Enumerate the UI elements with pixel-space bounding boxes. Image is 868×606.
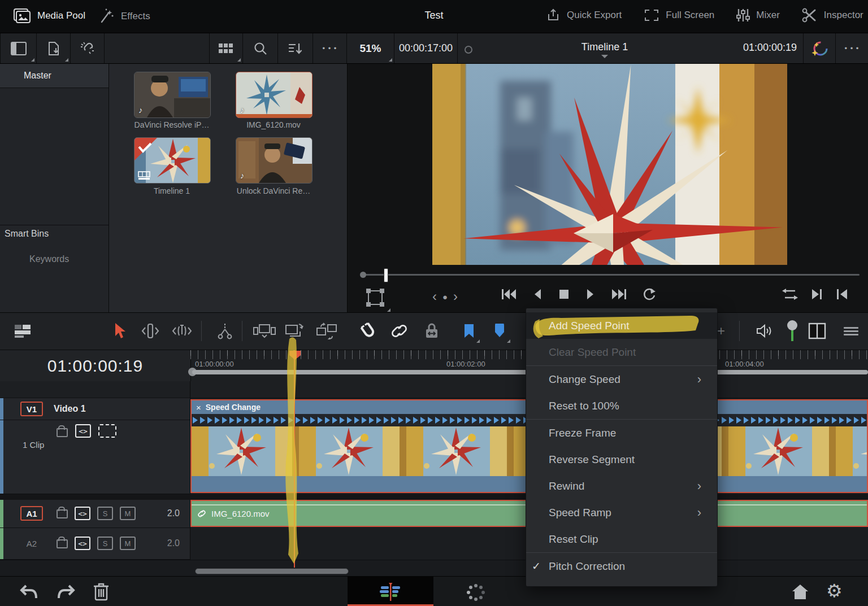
menu-item-change-speed[interactable]: Change Speed › — [526, 366, 717, 393]
mute-icon[interactable]: M — [120, 507, 136, 520]
timeline-view-options-button[interactable] — [10, 317, 35, 345]
tab-edit-page[interactable] — [348, 577, 433, 606]
marker-button[interactable] — [487, 317, 512, 345]
trim-edit-mode-button[interactable] — [138, 317, 163, 345]
sidebar-item-master[interactable]: Master — [0, 64, 108, 88]
mixer-label: Mixer — [756, 10, 780, 21]
resolve-fx-button[interactable] — [809, 39, 830, 60]
quick-export-button[interactable]: Quick Export — [545, 7, 622, 23]
tracks-footer — [0, 560, 868, 577]
go-to-start-button[interactable] — [501, 289, 517, 300]
sidebar-item-keywords[interactable]: Keywords — [29, 254, 69, 264]
delete-button[interactable] — [93, 582, 110, 603]
track-lock-icon[interactable] — [57, 539, 68, 548]
sort-button[interactable] — [278, 33, 313, 63]
search-button[interactable] — [243, 33, 278, 63]
auto-select-icon[interactable]: <> — [75, 537, 90, 550]
track-badge-a1[interactable]: A1 — [20, 506, 43, 521]
relink-media-button[interactable] — [71, 33, 105, 63]
timeline-selector[interactable]: Timeline 1 — [542, 41, 667, 58]
menu-item-pitch-correction[interactable]: ✓ Pitch Correction — [526, 553, 717, 579]
audio-track-header-a2[interactable]: A2 <> S M 2.0 — [0, 528, 190, 560]
viewer-scrubber[interactable] — [361, 274, 860, 276]
solo-icon[interactable]: S — [97, 537, 113, 550]
mixer-button[interactable]: Mixer — [736, 7, 780, 23]
full-screen-button[interactable]: Full Screen — [643, 8, 714, 23]
home-button[interactable] — [791, 583, 809, 603]
audio-monitor-button[interactable] — [752, 317, 776, 345]
undo-button[interactable] — [19, 582, 40, 604]
timeline-playhead[interactable] — [294, 350, 295, 568]
davinci-resolve-edit-page: Media Pool Effects Test Quick Export — [0, 0, 868, 606]
dual-viewer-button[interactable] — [805, 317, 830, 345]
position-lock-button[interactable] — [419, 317, 444, 345]
jog-control[interactable]: ‹ ● › — [432, 289, 458, 304]
menu-item-reset-to-100[interactable]: Reset to 100% — [526, 393, 717, 419]
import-media-button[interactable] — [37, 33, 71, 63]
timeline-viewer: ‹ ● › — [347, 64, 868, 312]
inspector-button[interactable]: Inspector — [801, 7, 863, 23]
track-badge-a2[interactable]: A2 — [20, 536, 43, 551]
menu-item-rewind[interactable]: Rewind › — [526, 473, 717, 499]
settings-button[interactable]: ⚙ — [826, 580, 843, 601]
voiceover-button[interactable] — [780, 317, 805, 345]
effects-button[interactable]: Effects — [97, 7, 150, 25]
menu-item-speed-ramp[interactable]: Speed Ramp › — [526, 499, 717, 526]
step-back-button[interactable] — [532, 289, 544, 300]
menu-item-add-speed-point[interactable]: Add Speed Point — [526, 312, 717, 339]
stop-button[interactable] — [559, 289, 569, 299]
media-clip-thumbnail[interactable]: ♪ — [236, 137, 313, 184]
media-pool-button[interactable]: Media Pool — [12, 7, 85, 24]
replace-clip-button[interactable] — [314, 317, 339, 345]
timeline-badge-icon — [138, 171, 150, 180]
dynamic-trim-mode-button[interactable] — [170, 317, 194, 345]
track-lock-icon[interactable] — [57, 509, 68, 518]
video-track-header[interactable]: V1 Video 1 <> 1 Clip — [0, 398, 190, 494]
menu-item-reverse-segment[interactable]: Reverse Segment — [526, 446, 717, 473]
solo-icon[interactable]: S — [97, 507, 113, 520]
clip-view-mode-button[interactable] — [209, 33, 243, 63]
play-to-end-button[interactable] — [811, 289, 823, 300]
play-button[interactable] — [584, 289, 596, 300]
flag-button[interactable] — [457, 317, 481, 345]
media-clip-thumbnail[interactable]: ♪ — [134, 72, 211, 118]
loop-play-button[interactable] — [642, 287, 657, 301]
menu-item-clear-speed-point[interactable]: Clear Speed Point — [526, 339, 717, 365]
jump-to-start-button[interactable] — [836, 289, 848, 300]
tab-color-page[interactable] — [465, 582, 487, 605]
snapping-button[interactable] — [356, 317, 381, 345]
scrubber-start-dot — [360, 272, 366, 278]
mute-icon[interactable]: M — [120, 537, 136, 550]
viewer-zoom-select[interactable]: 51% — [347, 33, 394, 63]
viewer-options-button[interactable]: • • • — [836, 33, 868, 63]
audio-track-header-a1[interactable]: A1 <> S M 2.0 — [0, 500, 190, 528]
track-lock-icon[interactable] — [57, 428, 68, 437]
menu-item-reset-clip[interactable]: Reset Clip — [526, 526, 717, 552]
media-clip-thumbnail[interactable]: ♪ — [236, 72, 313, 118]
link-clips-button[interactable] — [388, 317, 413, 345]
redo-button[interactable] — [55, 582, 76, 604]
source-timecode: 00:00:17:00 — [394, 33, 458, 63]
viewer-playhead[interactable] — [384, 268, 388, 282]
menu-item-freeze-frame[interactable]: Freeze Frame — [526, 420, 717, 446]
horizontal-scrollbar[interactable] — [195, 568, 349, 574]
track-visibility-icon[interactable] — [98, 424, 116, 438]
media-clip-name: Unlock DaVinci Re… — [231, 186, 316, 195]
track-badge-v1[interactable]: V1 — [20, 402, 43, 416]
selection-tool-button[interactable] — [107, 317, 132, 345]
close-icon[interactable]: × — [196, 403, 201, 412]
insert-clip-button[interactable] — [252, 317, 277, 345]
razor-tool-button[interactable] — [212, 317, 237, 345]
loop-range-button[interactable] — [782, 289, 798, 300]
go-to-end-button[interactable] — [611, 289, 627, 300]
media-pool-options-button[interactable]: • • • — [313, 33, 347, 63]
transform-button[interactable] — [364, 287, 386, 311]
overwrite-clip-button[interactable] — [283, 317, 307, 345]
playhead-head-icon[interactable] — [289, 350, 301, 360]
smart-bins-header[interactable]: Smart Bins — [5, 229, 49, 239]
timeline-options-button[interactable] — [839, 317, 863, 345]
media-clip-thumbnail-timeline[interactable] — [134, 137, 211, 184]
auto-select-icon[interactable]: <> — [75, 507, 90, 520]
auto-select-icon[interactable]: <> — [75, 424, 91, 438]
bin-list-toggle-button[interactable] — [0, 33, 37, 63]
